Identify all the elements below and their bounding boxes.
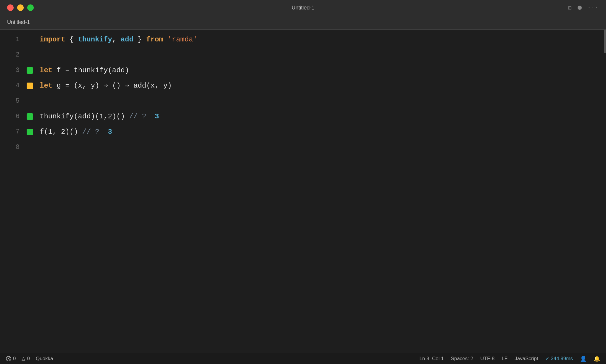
traffic-lights	[7, 4, 34, 11]
warning-icon: △	[22, 356, 25, 361]
close-button[interactable]	[7, 4, 14, 11]
title-bar-actions: ⊞ ···	[568, 4, 599, 12]
code-line-6: 6 thunkify(add)(1,2)() // ? 3	[0, 109, 601, 124]
line-indicator-3	[27, 67, 37, 74]
code-line-8: 8	[0, 140, 601, 155]
green-indicator-3	[27, 67, 33, 74]
line-number-4: 4	[0, 78, 27, 94]
code-line-5: 5	[0, 94, 601, 109]
window-title: Untitled-1	[291, 5, 314, 11]
spaces-setting[interactable]: Spaces: 2	[451, 356, 473, 362]
quokka-plugin[interactable]: Quokka	[36, 356, 53, 362]
line-number-2: 2	[0, 47, 27, 63]
title-bar: Untitled-1 ⊞ ···	[0, 0, 606, 15]
green-indicator-6	[27, 113, 33, 120]
code-line-7: 7 f(1, 2)() // ? 3	[0, 124, 601, 140]
code-text-3: let f = thunkify(add)	[37, 63, 601, 78]
error-icon: ✕	[6, 356, 11, 361]
tab-untitled[interactable]: Untitled-1	[7, 19, 30, 25]
bell-icon[interactable]: 🔔	[594, 355, 600, 362]
timing: ✓ 344.99ms	[545, 355, 573, 362]
code-line-2: 2	[0, 47, 601, 63]
status-left: ✕ 0 △ 0 Quokka	[6, 356, 53, 362]
dot-icon	[578, 6, 582, 10]
tab-bar: Untitled-1	[0, 15, 606, 30]
green-indicator-7	[27, 129, 33, 135]
scrollbar-thumb[interactable]	[604, 30, 606, 53]
status-bar: ✕ 0 △ 0 Quokka Ln 8, Col 1 Spaces: 2 UTF…	[0, 353, 606, 364]
code-text-6: thunkify(add)(1,2)() // ? 3	[37, 109, 601, 124]
code-line-1: 1 import { thunkify, add } from 'ramda'	[0, 32, 601, 47]
line-number-6: 6	[0, 109, 27, 124]
split-editor-icon[interactable]: ⊞	[568, 4, 572, 12]
editor: 1 import { thunkify, add } from 'ramda' …	[0, 30, 606, 353]
language-mode[interactable]: JavaScript	[515, 356, 538, 362]
orange-indicator-4	[27, 83, 33, 89]
code-line-3: 3 let f = thunkify(add)	[0, 63, 601, 78]
cursor-position[interactable]: Ln 8, Col 1	[419, 356, 444, 362]
error-count[interactable]: ✕ 0	[6, 356, 16, 362]
person-icon[interactable]: 👤	[580, 355, 586, 362]
encoding[interactable]: UTF-8	[480, 356, 494, 362]
more-actions-icon[interactable]: ···	[588, 5, 599, 11]
line-number-8: 8	[0, 140, 27, 155]
scrollbar-track[interactable]	[601, 30, 606, 353]
line-ending[interactable]: LF	[502, 356, 507, 362]
code-content-area[interactable]: 1 import { thunkify, add } from 'ramda' …	[0, 30, 601, 353]
line-number-5: 5	[0, 94, 27, 109]
code-text-7: f(1, 2)() // ? 3	[37, 124, 601, 140]
line-indicator-7	[27, 129, 37, 135]
line-number-1: 1	[0, 32, 27, 47]
warning-count[interactable]: △ 0	[22, 356, 30, 362]
code-text-1: import { thunkify, add } from 'ramda'	[37, 32, 601, 47]
line-indicator-4	[27, 83, 37, 89]
line-number-3: 3	[0, 63, 27, 78]
maximize-button[interactable]	[27, 4, 34, 11]
code-text-4: let g = (x, y) ⇒ () ⇒ add(x, y)	[37, 78, 601, 94]
line-number-7: 7	[0, 124, 27, 140]
minimize-button[interactable]	[17, 4, 24, 11]
line-indicator-6	[27, 113, 37, 120]
code-line-4: 4 let g = (x, y) ⇒ () ⇒ add(x, y)	[0, 78, 601, 94]
status-right: Ln 8, Col 1 Spaces: 2 UTF-8 LF JavaScrip…	[419, 355, 600, 362]
